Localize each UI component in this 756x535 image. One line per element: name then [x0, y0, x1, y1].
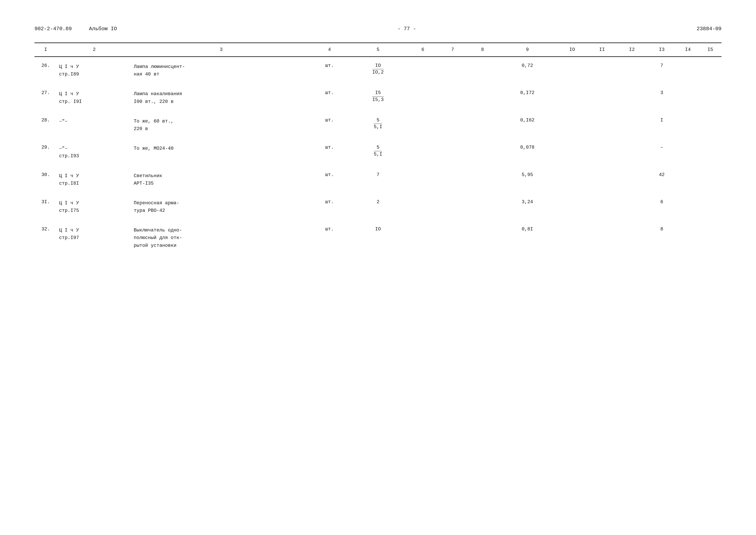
row-price: 0,72 [498, 57, 557, 84]
row-col-15 [699, 220, 721, 255]
header-row: 902-2-470.89 Альбом IO - 77 - 23884-09 [35, 26, 721, 32]
main-table: I 2 3 4 5 6 7 8 9 IO II I2 I3 I4 I5 26.Ц… [35, 42, 721, 255]
row-description: Лампа накаливанияI00 вт., 220 в [131, 84, 310, 111]
row-quantity: I5I5,3 [348, 84, 408, 111]
row-col-15 [699, 84, 721, 111]
col-header-11: II [587, 43, 617, 57]
row-number: 30. [35, 166, 57, 193]
row-col-14 [677, 193, 699, 220]
header-page: - 77 - [397, 26, 416, 32]
table-row: 32.Ц I ч Устр.I97Выключатель одно-полюсн… [35, 220, 721, 255]
row-col-8 [468, 220, 498, 255]
row-col-8 [468, 84, 498, 111]
row-col-10 [557, 166, 587, 193]
row-col-15 [699, 166, 721, 193]
row-col-11 [587, 193, 617, 220]
row-col-11 [587, 57, 617, 84]
row-col-7 [438, 84, 468, 111]
row-col-8 [468, 193, 498, 220]
row-col-12 [617, 57, 647, 84]
col-header-15: I5 [699, 43, 721, 57]
row-quantity: 2 [348, 193, 408, 220]
col-header-10: IO [557, 43, 587, 57]
row-number: 3I. [35, 193, 57, 220]
row-quantity: IOIO,2 [348, 57, 408, 84]
row-col-6 [408, 112, 438, 139]
row-number: 32. [35, 220, 57, 255]
row-description: Лампа люминисцент-ная 40 вт [131, 57, 310, 84]
row-col-11 [587, 84, 617, 111]
row-price: 0,I72 [498, 84, 557, 111]
table-row: 3I.Ц I ч Устр.I75Переносная арма-тура РВ… [35, 193, 721, 220]
row-col-6 [408, 84, 438, 111]
row-col-8 [468, 57, 498, 84]
row-total: 42 [647, 166, 677, 193]
col-header-1: I [35, 43, 57, 57]
row-col-12 [617, 166, 647, 193]
row-description: СветильникАРТ-I35 [131, 166, 310, 193]
row-col-6 [408, 193, 438, 220]
col-header-5: 5 [348, 43, 408, 57]
row-col-6 [408, 220, 438, 255]
row-reference: Ц I ч Устр. I9I [57, 84, 131, 111]
row-col-12 [617, 84, 647, 111]
col-header-14: I4 [677, 43, 699, 57]
row-unit: шт. [311, 112, 348, 139]
header-code-right: 23884-09 [697, 26, 721, 32]
row-col-7 [438, 112, 468, 139]
row-unit: шт. [311, 220, 348, 255]
row-col-12 [617, 112, 647, 139]
row-total: – [647, 139, 677, 166]
row-total: 7 [647, 57, 677, 84]
row-col-15 [699, 193, 721, 220]
row-total: I [647, 112, 677, 139]
row-reference: –"– [57, 112, 131, 139]
row-quantity: 55,I [348, 139, 408, 166]
row-number: 27. [35, 84, 57, 111]
row-col-10 [557, 112, 587, 139]
row-price: 3,24 [498, 193, 557, 220]
col-header-6: 6 [408, 43, 438, 57]
row-col-10 [557, 139, 587, 166]
row-price: 0,078 [498, 139, 557, 166]
row-col-7 [438, 57, 468, 84]
row-col-10 [557, 84, 587, 111]
row-col-14 [677, 166, 699, 193]
row-col-11 [587, 139, 617, 166]
row-quantity: IO [348, 220, 408, 255]
col-header-4: 4 [311, 43, 348, 57]
col-header-9: 9 [498, 43, 557, 57]
col-header-2: 2 [57, 43, 131, 57]
table-row: 26.Ц I ч Устр.I89Лампа люминисцент-ная 4… [35, 57, 721, 84]
row-col-6 [408, 139, 438, 166]
page-container: 902-2-470.89 Альбом IO - 77 - 23884-09 I… [0, 0, 756, 535]
header-right: 23884-09 [697, 26, 721, 32]
row-unit: шт. [311, 84, 348, 111]
col-header-12: I2 [617, 43, 647, 57]
row-number: 26. [35, 57, 57, 84]
row-number: 29. [35, 139, 57, 166]
row-col-15 [699, 57, 721, 84]
row-number: 28. [35, 112, 57, 139]
row-col-10 [557, 220, 587, 255]
row-price: 0,8I [498, 220, 557, 255]
row-col-7 [438, 193, 468, 220]
row-col-15 [699, 139, 721, 166]
col-header-3: 3 [131, 43, 310, 57]
row-reference: Ц I ч Устр.I89 [57, 57, 131, 84]
row-col-11 [587, 220, 617, 255]
row-total: 8 [647, 220, 677, 255]
row-unit: шт. [311, 193, 348, 220]
table-body: 26.Ц I ч Устр.I89Лампа люминисцент-ная 4… [35, 57, 721, 255]
row-description: Переносная арма-тура РВО-42 [131, 193, 310, 220]
row-col-7 [438, 139, 468, 166]
row-col-8 [468, 112, 498, 139]
row-description: Выключатель одно-полюсный для отк-рытой … [131, 220, 310, 255]
row-col-10 [557, 193, 587, 220]
row-description: То же, МО24-40 [131, 139, 310, 166]
row-col-6 [408, 57, 438, 84]
row-col-14 [677, 220, 699, 255]
row-unit: шт. [311, 57, 348, 84]
table-row: 29.–"–стр.I93То же, МО24-40шт.55,I0,078– [35, 139, 721, 166]
col-header-13: I3 [647, 43, 677, 57]
